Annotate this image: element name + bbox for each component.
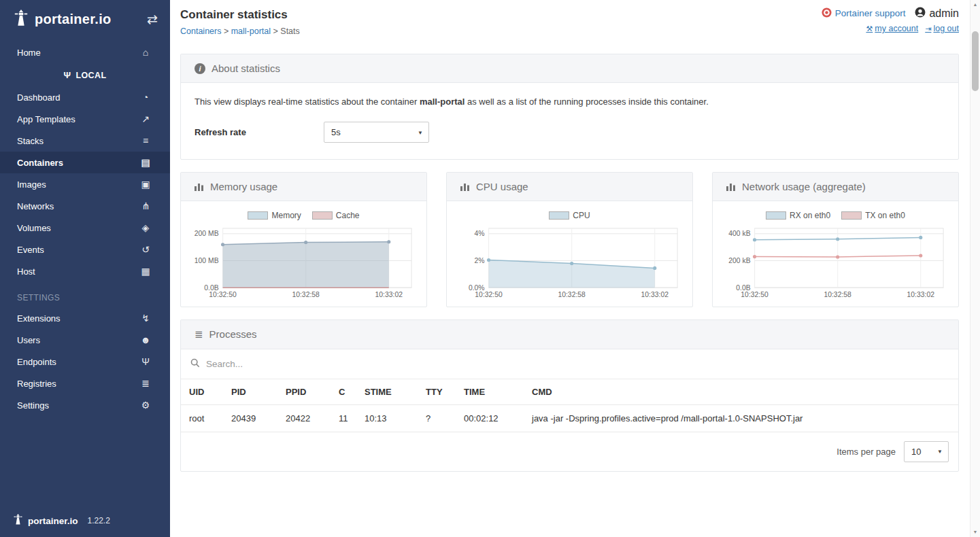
sidebar-item-app-templates[interactable]: App Templates↗ bbox=[0, 108, 170, 130]
column-header-time[interactable]: TIME bbox=[456, 379, 524, 405]
sidebar-item-label: Host bbox=[17, 266, 35, 277]
page-title: Container statistics bbox=[180, 8, 300, 22]
process-table: UIDPIDPPIDCSTIMETTYTIMECMD root204392042… bbox=[181, 379, 958, 432]
svg-text:10:32:58: 10:32:58 bbox=[558, 291, 586, 298]
sidebar-item-host[interactable]: Host▦ bbox=[0, 260, 170, 282]
sidebar-item-label: Home bbox=[17, 48, 41, 58]
header-right: Portainer support admin bbox=[822, 7, 959, 33]
svg-text:2%: 2% bbox=[475, 257, 485, 264]
sidebar-item-events[interactable]: Events↺ bbox=[0, 239, 170, 260]
sidebar-item-networks[interactable]: Networks⋔ bbox=[0, 195, 170, 217]
sidebar-item-endpoints[interactable]: EndpointsΨ bbox=[0, 351, 170, 373]
svg-text:10:33:02: 10:33:02 bbox=[641, 291, 669, 298]
footer-portainer-link[interactable]: portainer.io bbox=[28, 516, 78, 526]
sidebar-item-label: Networks bbox=[17, 201, 54, 211]
svg-text:10:33:02: 10:33:02 bbox=[907, 291, 935, 298]
column-header-c[interactable]: C bbox=[331, 379, 356, 405]
sidebar-item-volumes[interactable]: Volumes◈ bbox=[0, 217, 170, 239]
plug-icon: Ψ bbox=[64, 70, 71, 80]
scrollbar-thumb[interactable] bbox=[972, 31, 979, 91]
sidebar-item-containers[interactable]: Containers▤ bbox=[0, 152, 170, 173]
log-out-link[interactable]: ⇥log out bbox=[925, 24, 959, 33]
table-footer: Items per page 10 bbox=[181, 432, 958, 471]
svg-text:10:32:50: 10:32:50 bbox=[475, 291, 503, 298]
legend-swatch bbox=[248, 211, 268, 220]
host-icon: ▦ bbox=[138, 266, 153, 277]
my-account-link[interactable]: ⚒my account bbox=[866, 24, 918, 33]
sidebar-logo[interactable]: portainer.io ⇄ bbox=[0, 0, 170, 37]
sidebar-nav: Home⌂ Ψ LOCAL Dashboard◔App Templates↗St… bbox=[0, 41, 170, 416]
items-per-page-label: Items per page bbox=[837, 447, 896, 457]
search-icon bbox=[190, 358, 200, 370]
process-table-body: root20439204221110:13?00:02:12java -jar … bbox=[181, 404, 958, 432]
column-header-ppid[interactable]: PPID bbox=[277, 379, 331, 405]
sidebar-item-settings[interactable]: Settings⚙ bbox=[0, 394, 170, 416]
cell-pid: 20439 bbox=[223, 404, 277, 432]
items-per-page-select[interactable]: 10 bbox=[904, 441, 949, 462]
sidebar: portainer.io ⇄ Home⌂ Ψ LOCAL Dashboard◔A… bbox=[0, 0, 170, 537]
version-label: 1.22.2 bbox=[88, 516, 110, 525]
memory-usage-chart: 0.0B100 MB200 MB10:32:5010:32:5810:33:02 bbox=[189, 223, 418, 302]
legend-swatch bbox=[549, 211, 569, 220]
rocket-icon: ↗ bbox=[138, 114, 153, 124]
column-header-pid[interactable]: PID bbox=[223, 379, 277, 405]
sidebar-item-images[interactable]: Images▣ bbox=[0, 173, 170, 195]
column-header-uid[interactable]: UID bbox=[181, 379, 223, 405]
sidebar-item-registries[interactable]: Registries≣ bbox=[0, 373, 170, 394]
cell-uid: root bbox=[181, 404, 223, 432]
svg-text:10:32:58: 10:32:58 bbox=[292, 291, 320, 298]
legend-item: Cache bbox=[312, 211, 360, 220]
support-link-label: Portainer support bbox=[835, 8, 906, 18]
sidebar-item-extensions[interactable]: Extensions↯ bbox=[0, 307, 170, 329]
chart-legend: MemoryCache bbox=[189, 211, 418, 222]
search-input[interactable] bbox=[206, 356, 949, 372]
portainer-app: portainer.io ⇄ Home⌂ Ψ LOCAL Dashboard◔A… bbox=[0, 0, 980, 537]
breadcrumb-mall-portal[interactable]: mall-portal bbox=[231, 27, 271, 36]
legend-item: RX on eth0 bbox=[766, 211, 830, 220]
refresh-rate-select[interactable]: 5s bbox=[324, 122, 429, 143]
process-table-header-row: UIDPIDPPIDCSTIMETTYTIMECMD bbox=[181, 379, 958, 405]
network-usage-panel: Network usage (aggregate) RX on eth0TX o… bbox=[712, 172, 959, 307]
sidebar-item-label: Settings bbox=[17, 400, 49, 411]
svg-text:10:32:50: 10:32:50 bbox=[741, 291, 768, 298]
column-header-tty[interactable]: TTY bbox=[418, 379, 456, 405]
about-panel-header: i About statistics bbox=[181, 54, 958, 83]
legend-swatch bbox=[841, 211, 862, 220]
sidebar-item-label: Containers bbox=[17, 158, 63, 168]
bar-chart-icon bbox=[726, 182, 736, 191]
endpoint-section: Ψ LOCAL bbox=[0, 63, 170, 86]
cell-ppid: 20422 bbox=[277, 404, 331, 432]
sidebar-item-stacks[interactable]: Stacks≡ bbox=[0, 130, 170, 152]
column-header-stime[interactable]: STIME bbox=[356, 379, 418, 405]
sidebar-item-users[interactable]: Users☻ bbox=[0, 329, 170, 351]
cell-cmd: java -jar -Dspring.profiles.active=prod … bbox=[524, 404, 958, 432]
volumes-icon: ◈ bbox=[138, 222, 153, 233]
sidebar-item-home[interactable]: Home⌂ bbox=[0, 41, 170, 63]
wrench-icon: ⚒ bbox=[866, 24, 873, 33]
users-icon: ☻ bbox=[138, 334, 153, 345]
legend-swatch bbox=[766, 211, 786, 220]
scrollbar: ▲ ▼ bbox=[970, 0, 980, 537]
settings-section-header: SETTINGS bbox=[0, 282, 170, 307]
refresh-rate-select-wrap: 5s bbox=[324, 122, 429, 143]
svg-text:200 MB: 200 MB bbox=[195, 230, 219, 237]
log-out-icon: ⇥ bbox=[925, 24, 931, 33]
portainer-footer-logo-icon bbox=[12, 514, 24, 527]
sidebar-item-label: Stacks bbox=[17, 136, 44, 146]
portainer-support-link[interactable]: Portainer support bbox=[822, 7, 906, 20]
sidebar-item-dashboard[interactable]: Dashboard◔ bbox=[0, 86, 170, 108]
memory-usage-panel: Memory usage MemoryCache 0.0B100 MB200 M… bbox=[180, 172, 427, 307]
search-bar bbox=[181, 349, 958, 379]
svg-text:0.0B: 0.0B bbox=[736, 284, 750, 292]
scrollbar-up-arrow[interactable]: ▲ bbox=[970, 0, 980, 10]
breadcrumb-containers[interactable]: Containers bbox=[180, 27, 221, 36]
sidebar-item-label: Dashboard bbox=[17, 92, 61, 103]
column-header-cmd[interactable]: CMD bbox=[524, 379, 958, 405]
sidebar-item-label: Events bbox=[17, 245, 44, 255]
scrollbar-down-arrow[interactable]: ▼ bbox=[970, 527, 980, 537]
breadcrumb-stats: Stats bbox=[280, 27, 300, 36]
endpoint-switch-icon[interactable]: ⇄ bbox=[147, 12, 158, 27]
breadcrumb-separator: > bbox=[221, 27, 231, 36]
gear-icon: ⚙ bbox=[138, 400, 153, 411]
legend-item: Memory bbox=[248, 211, 301, 220]
